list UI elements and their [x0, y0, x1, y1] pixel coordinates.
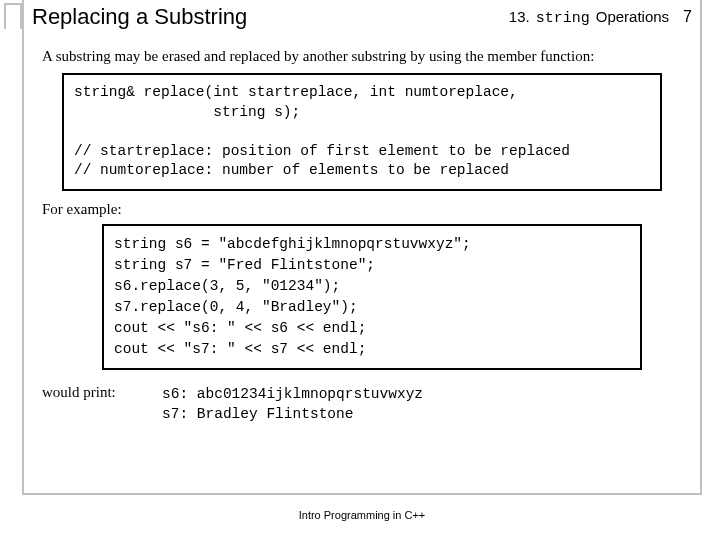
output-text: s6: abc01234ijklmnopqrstuvwxyz s7: Bradl…: [142, 384, 423, 425]
would-print-label: would print:: [42, 384, 142, 401]
slide-header: Replacing a Substring 13. string Operati…: [24, 0, 700, 30]
slide-title: Replacing a Substring: [22, 4, 509, 30]
intro-text: A substring may be erased and replaced b…: [42, 48, 682, 65]
slide-page: Replacing a Substring 13. string Operati…: [22, 0, 702, 495]
chapter-word: Operations: [596, 8, 669, 25]
for-example-label: For example:: [42, 201, 682, 218]
page-number: 7: [675, 8, 692, 26]
function-signature-box: string& replace(int startreplace, int nu…: [62, 73, 662, 191]
output-row: would print: s6: abc01234ijklmnopqrstuvw…: [42, 384, 682, 425]
chapter-label: 13. string Operations 7: [509, 8, 692, 27]
example-code-box: string s6 = "abcdefghijklmnopqrstuvwxyz"…: [102, 224, 642, 370]
chapter-code-word: string: [536, 10, 590, 27]
chapter-number: 13.: [509, 8, 530, 25]
slide-body: A substring may be erased and replaced b…: [24, 30, 700, 425]
corner-tab-icon: [4, 3, 22, 29]
footer-text: Intro Programming in C++: [24, 509, 700, 521]
